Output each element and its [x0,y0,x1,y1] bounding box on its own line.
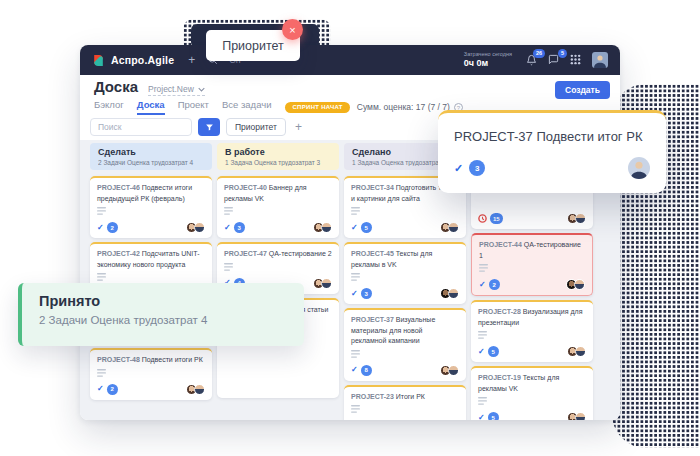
estimate-badge: 2 [107,384,118,395]
task-card-footer: ✓2 [479,279,585,290]
check-icon: ✓ [351,366,358,374]
avatar-man [321,278,332,289]
board-select[interactable]: Project.New [148,84,205,96]
avatar-man [575,346,586,357]
task-id: PROJECT-19 [478,374,521,381]
task-card-footer: ✓3 [351,288,459,299]
avatar-man [321,222,332,233]
assignee-avatars [440,365,459,376]
time-caption: Затрачено сегодня [464,51,512,58]
description-icon [97,273,106,282]
task-title-row: PROJECT-46 Подвести итоги предыдущей РК … [97,183,205,204]
description-icon [351,273,360,282]
task-title-row: PROJECT-47 QA-тестирование 2 [224,249,332,260]
task-title-row: PROJECT-48 Подвести итоги РК [97,355,205,366]
task-title: QA-тестирование 2 [267,250,332,257]
task-id: PROJECT-44 [479,241,522,248]
column-title: Сделать [98,147,204,157]
funnel-icon [205,123,214,132]
check-icon: ✓ [479,281,486,289]
app-window: Аспро.Agile + Сп Затрачено сегодня 0ч 0м… [80,45,620,420]
tab-3[interactable]: Проект [178,99,209,115]
time-tracker[interactable]: Затрачено сегодня 0ч 0м [464,51,512,68]
task-card-project-44[interactable]: PROJECT-44 QA-тестирование 1✓2 [471,233,593,296]
estimate-badge: 5 [488,412,499,420]
messages-badge: 5 [558,49,567,58]
description-icon [351,405,360,414]
apps-menu-button[interactable] [570,54,581,65]
task-card-footer: ✓8 [351,365,459,376]
check-icon: ✓ [351,224,358,232]
tab-list: БэклогДоскаПроектВсе задачи [94,99,271,115]
description-icon [479,264,488,273]
task-card-project-19[interactable]: PROJECT-19 Тексты для рекламы VK✓5 [471,366,593,420]
task-card-project-23[interactable]: PROJECT-23 Итоги РК✓6 [344,385,466,421]
column-meta: 2 Задачи Оценка трудозатрат 4 [98,159,204,166]
chevron-down-icon [198,87,205,92]
close-icon[interactable]: × [282,19,303,40]
description-icon [224,207,233,216]
add-filter-button[interactable]: + [295,120,302,134]
page-title: Доска [94,78,138,95]
assignee-avatar [628,157,650,179]
sprint-status-badge: СПРИНТ НАЧАТ [285,102,349,113]
task-id: PROJECT-37 [454,129,533,144]
column-header: Сделать2 Задачи Оценка трудозатрат 4 [90,143,212,170]
task-card-project-37[interactable]: PROJECT-37 Визуальные материалы для ново… [344,308,466,381]
priority-tooltip-label: Приоритет [222,39,284,53]
check-icon: ✓ [478,414,485,421]
tab-1[interactable]: Бэклог [94,99,124,115]
check-icon: ✓ [97,385,104,393]
task-card-project-28[interactable]: PROJECT-28 Визуализация для презентации✓… [471,300,593,362]
avatar-man [574,279,585,290]
assignee-avatars [440,288,459,299]
create-quick-icon[interactable]: + [188,54,195,66]
task-card-project-45[interactable]: PROJECT-45 Тексты для рекламы в VK✓3 [344,242,466,304]
tab-2[interactable]: Доска [137,99,165,115]
task-card-footer: ✓5 [478,346,586,357]
tab-4[interactable]: Все задачи [222,99,272,115]
notifications-badge: 26 [533,49,545,58]
task-card-project-48[interactable]: PROJECT-48 Подвести итоги РК✓2 [90,348,212,400]
estimate-badge: 3 [469,160,485,176]
description-icon [224,263,233,272]
spotlight-card-title: PROJECT-37 Подвести итог РК [454,129,650,144]
task-id: PROJECT-23 [351,393,394,400]
assignee-avatars [313,222,332,233]
column-1: Сделать2 Задачи Оценка трудозатрат 4PROJ… [90,143,212,417]
task-title-row: PROJECT-19 Тексты для рекламы VK [478,373,586,394]
spotlight-card-footer: ✓ 3 [454,157,650,179]
topbar-right-group: Затрачено сегодня 0ч 0м 26 5 [464,51,608,68]
top-navigation-bar: Аспро.Agile + Сп Затрачено сегодня 0ч 0м… [80,45,620,75]
priority-filter-chip[interactable]: Приоритет [226,118,286,136]
task-card-project-46[interactable]: PROJECT-46 Подвести итоги предыдущей РК … [90,176,212,238]
aspro-logo-icon [92,54,105,67]
assignee-avatars [313,278,332,289]
task-title: Итоги РК [394,393,425,400]
search-input[interactable] [90,118,192,136]
sprint-summary: Сумм. оценка: 17 (7 / 7) [357,102,450,112]
estimate-badge: 3 [361,288,372,299]
callout-title: Принято [39,293,287,309]
page-header: Доска Project.New [94,78,205,96]
task-card-footer: ✓5 [478,412,586,420]
estimate-badge: 5 [488,346,499,357]
task-id: PROJECT-45 [351,250,394,257]
spotlight-task-card[interactable]: PROJECT-37 Подвести итог РК ✓ 3 [438,110,666,193]
task-id: PROJECT-42 [97,250,140,257]
avatar-man [448,288,459,299]
description-icon [351,207,360,216]
user-avatar[interactable] [592,52,608,68]
time-value: 0ч 0м [464,58,512,69]
task-card-footer: ✓2 [97,222,205,233]
create-button[interactable]: Создать [555,81,610,99]
check-icon: ✓ [351,290,358,298]
task-id: PROJECT-47 [224,250,267,257]
task-card-project-40[interactable]: PROJECT-40 Баннер для рекламы VK✓3 [217,176,339,238]
filter-button[interactable] [198,118,220,136]
messages-button[interactable]: 5 [548,54,559,65]
task-id: PROJECT-37 [351,316,394,323]
task-title-row: PROJECT-44 QA-тестирование 1 [479,240,585,261]
avatar-man [194,384,205,395]
notifications-button[interactable]: 26 [526,54,537,66]
